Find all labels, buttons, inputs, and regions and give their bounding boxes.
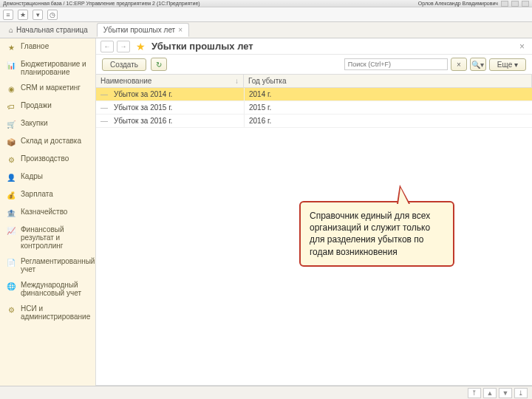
col-name-label: Наименование — [100, 77, 151, 85]
sidebar-item-treasury[interactable]: 🏦Казначейство — [0, 204, 95, 222]
tag-icon: 🏷 — [6, 101, 16, 112]
sidebar-item-finance[interactable]: 📈Финансовый результат и контроллинг — [0, 222, 95, 253]
sidebar-item-budgeting[interactable]: 📊Бюджетирование и планирование — [0, 56, 95, 80]
sidebar-item-label: Финансовый результат и контроллинг — [21, 225, 89, 250]
row-icon: — — [96, 115, 109, 127]
window-close-icon[interactable] — [522, 1, 529, 7]
window-title-right: Орлов Александр Владимирович — [418, 1, 498, 7]
cell-year: 2015 г. — [244, 101, 532, 114]
back-button[interactable]: ← — [100, 41, 114, 52]
cart-icon: 🛒 — [6, 119, 16, 129]
cell-name: Убыток за 2015 г. — [109, 101, 244, 114]
history-icon[interactable]: ◷ — [47, 10, 58, 20]
sidebar-item-label: Бюджетирование и планирование — [21, 60, 89, 76]
sidebar-item-sales[interactable]: 🏷Продажи — [0, 98, 95, 115]
sidebar-item-purchases[interactable]: 🛒Закупки — [0, 115, 95, 133]
window-title-left: Демонстрационная база / 1С:ERP Управлени… — [3, 1, 200, 6]
tab-home-label: Начальная страница — [16, 26, 88, 34]
sidebar-item-salary[interactable]: 💰Зарплата — [0, 186, 95, 204]
sidebar: ★Главное 📊Бюджетирование и планирование … — [0, 38, 96, 386]
menu-icon[interactable]: ≡ — [3, 10, 13, 20]
scroll-up-button[interactable]: ▲ — [483, 388, 497, 398]
graph-icon: 📈 — [6, 225, 16, 236]
scroll-top-button[interactable]: ⤒ — [468, 388, 481, 398]
minimize-icon[interactable] — [501, 1, 508, 7]
column-name-header[interactable]: Наименование ↓ — [96, 75, 244, 87]
scroll-down-button[interactable]: ▼ — [499, 388, 512, 398]
sidebar-item-label: Закупки — [21, 119, 47, 127]
table-row[interactable]: — Убыток за 2014 г. 2014 г. — [96, 88, 532, 101]
sidebar-item-label: Регламентированный учет — [21, 257, 95, 273]
action-bar: Создать ↻ × 🔍▾ Еще ▾ — [96, 55, 532, 74]
tab-home[interactable]: ⌂ Начальная страница — [3, 24, 94, 36]
search-input[interactable] — [344, 58, 448, 70]
cell-name: Убыток за 2014 г. — [109, 88, 244, 100]
toolbar-star-icon[interactable]: ★ — [18, 10, 28, 20]
sidebar-item-label: НСИ и администрирование — [21, 304, 90, 321]
sort-asc-icon: ↓ — [235, 77, 239, 85]
factory-icon: ⚙ — [6, 154, 16, 165]
star-icon: ★ — [6, 42, 16, 52]
table-row[interactable]: — Убыток за 2016 г. 2016 г. — [96, 115, 532, 128]
sidebar-item-production[interactable]: ⚙Производство — [0, 151, 95, 168]
sidebar-item-label: Международный финансовый учет — [21, 281, 89, 297]
sidebar-item-label: Зарплата — [21, 190, 53, 198]
gear-icon: ⚙ — [6, 304, 16, 315]
main-toolbar: ≡ ★ ▾ ◷ — [0, 7, 532, 22]
home-icon: ⌂ — [9, 26, 13, 34]
sidebar-item-label: Продажи — [21, 101, 52, 109]
table-header: Наименование ↓ Год убытка — [96, 74, 532, 88]
sidebar-item-regulated[interactable]: 📄Регламентированный учет — [0, 253, 95, 277]
row-icon: — — [96, 101, 109, 114]
column-year-header[interactable]: Год убытка — [244, 75, 532, 87]
tab-close-icon[interactable]: × — [178, 26, 183, 34]
page-header: ← → ★ Убытки прошлых лет × — [96, 38, 532, 55]
favorite-star-icon[interactable]: ★ — [136, 41, 146, 52]
table-row[interactable]: — Убыток за 2015 г. 2015 г. — [96, 101, 532, 115]
create-button[interactable]: Создать — [102, 58, 146, 71]
sidebar-item-label: Главное — [21, 42, 49, 50]
sidebar-item-label: Производство — [21, 154, 69, 163]
more-button[interactable]: Еще ▾ — [489, 58, 526, 71]
annotation-callout: Справочник единый для всех организаций и… — [299, 201, 454, 267]
cell-year: 2014 г. — [244, 88, 532, 100]
window-titlebar: Демонстрационная база / 1С:ERP Управлени… — [0, 0, 532, 7]
sidebar-item-label: Казначейство — [21, 208, 67, 216]
sidebar-item-admin[interactable]: ⚙НСИ и администрирование — [0, 301, 95, 324]
cell-name: Убыток за 2016 г. — [109, 115, 244, 127]
sidebar-item-crm[interactable]: ◉CRM и маркетинг — [0, 80, 95, 98]
sidebar-item-hr[interactable]: 👤Кадры — [0, 168, 95, 186]
sidebar-item-international[interactable]: 🌐Международный финансовый учет — [0, 277, 95, 301]
person-icon: 👤 — [6, 172, 16, 183]
page-close-icon[interactable]: × — [516, 41, 528, 52]
dropdown-icon[interactable]: ▾ — [33, 10, 43, 20]
col-year-label: Год убытка — [248, 77, 286, 85]
status-bar: ⤒ ▲ ▼ ⤓ — [0, 386, 532, 399]
scroll-bottom-button[interactable]: ⤓ — [514, 388, 528, 398]
callout-text: Справочник единый для всех организаций и… — [310, 211, 430, 257]
box-icon: 📦 — [6, 137, 16, 147]
chart-icon: 📊 — [6, 60, 16, 70]
row-icon: — — [96, 88, 109, 100]
sidebar-item-label: CRM и маркетинг — [21, 83, 81, 92]
search-button[interactable]: 🔍▾ — [470, 58, 486, 71]
tab-losses-label: Убытки прошлых лет — [103, 26, 175, 34]
money-icon: 💰 — [6, 190, 16, 200]
doc-icon: 📄 — [6, 257, 16, 267]
sidebar-item-warehouse[interactable]: 📦Склад и доставка — [0, 133, 95, 151]
forward-button[interactable]: → — [117, 41, 130, 52]
main-area: ← → ★ Убытки прошлых лет × Создать ↻ × 🔍… — [96, 38, 532, 386]
people-icon: ◉ — [6, 83, 16, 94]
clear-search-button[interactable]: × — [451, 58, 467, 71]
page-title: Убытки прошлых лет — [151, 41, 253, 52]
refresh-button[interactable]: ↻ — [151, 58, 167, 71]
globe-icon: 🌐 — [6, 281, 16, 291]
tab-losses[interactable]: Убытки прошлых лет × — [97, 23, 189, 37]
tab-bar: ⌂ Начальная страница Убытки прошлых лет … — [0, 22, 532, 38]
sidebar-item-main[interactable]: ★Главное — [0, 38, 95, 56]
sidebar-item-label: Кадры — [21, 172, 43, 180]
maximize-icon[interactable] — [511, 1, 519, 7]
sidebar-item-label: Склад и доставка — [21, 137, 81, 145]
cell-year: 2016 г. — [244, 115, 532, 127]
bank-icon: 🏦 — [6, 208, 16, 218]
